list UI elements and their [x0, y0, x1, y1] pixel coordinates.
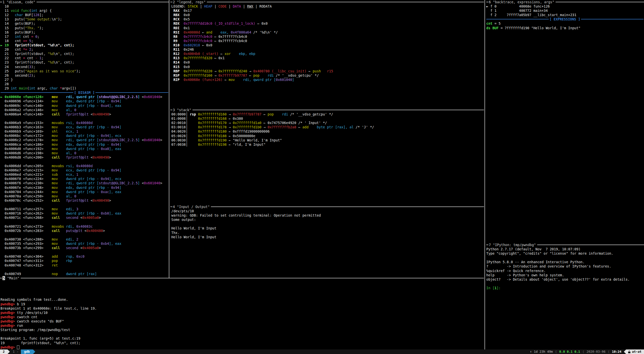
clock: 10:24	[612, 349, 624, 354]
pane-title-legend-regs: 2 "legend, regs"	[172, 0, 207, 4]
terminal-line: RDI 0x1	[171, 26, 484, 30]
terminal-line	[486, 256, 643, 260]
terminal-line: ds BUF = 7fffffffd190 "Hello World, I'm …	[486, 26, 643, 30]
terminal-line: f 1 400772 main+34	[486, 9, 643, 13]
terminal-line: R12 0x4004b0 (_start) ← xor ebp, ebp	[171, 52, 484, 56]
uptime-arrow-icon: ↑	[528, 349, 534, 354]
terminal-line: 14 gets(BUF);	[1, 21, 168, 26]
terminal-line: Breakpoint 1, func (arg=5) at test.c:19	[1, 336, 483, 341]
pane-title-text: "legend, regs"	[177, 0, 206, 4]
uptime-label: 1d 23h 49m	[534, 349, 553, 354]
pane-main-console[interactable]: Reading symbols from test...done.pwndbg>…	[1, 280, 483, 349]
terminal-line: 05:0028│ 0x7fffffffd188 ← 0x50000000e	[171, 134, 484, 138]
terminal-line: 0x4006fe <func+238> mov edx, dword ptr […	[1, 186, 168, 190]
window-tab-gdb[interactable]: gdb	[21, 349, 33, 354]
angle-separator-icon: ⟨	[580, 349, 587, 354]
pane-backtrace-expressions[interactable]: ► f 0 40068e func+126 f 1 400772 main+34…	[486, 4, 643, 30]
terminal-line: 0x4006bc <func+172> mov dword ptr [rbp -…	[1, 134, 168, 138]
pane-stack[interactable]: 00:0000│ rsp 0x7fffffffd160 → 0x7ffff7b9…	[171, 112, 484, 147]
terminal-line: 0x40070c <func+252> call fprintf@plt <0x…	[1, 198, 168, 203]
pane-border-main: 5 "Main"	[0, 276, 484, 280]
terminal-line: 0x4006b3 <func+163> mov ecx, dword ptr […	[1, 125, 168, 129]
tmux-status-bar: 21›gdb ↑ 1d 23h 49m ⟨ 0.0 0.1 0.1 ⟨ 2020…	[0, 349, 644, 354]
column-divider-right[interactable]	[485, 0, 485, 349]
terminal-line: 22 cnt = cnt - 1;	[1, 56, 168, 60]
terminal-line: 0x400711 <func+257> mov edi, 3	[1, 207, 168, 211]
terminal-line: 0x4006f6 <func+230> mov rdi, qword ptr […	[1, 181, 168, 185]
terminal-line: 04:0020│ 0x7fffffffd180 ← 0xffffd1900000…	[171, 129, 484, 134]
terminal-line	[1, 160, 168, 164]
terminal-line: 27 }	[1, 78, 168, 82]
terminal-line: pwndbg> b 19	[1, 302, 483, 306]
terminal-line: 21 fprintf(stdout, "%d\n", cnt);	[1, 52, 168, 56]
terminal-line: 0x4006e7 <func+215> mov ecx, dword ptr […	[1, 168, 168, 172]
terminal-line: 0x40071c <func+268> call second <0x4005a…	[1, 216, 168, 220]
pane-title-text: "Input / Output"	[177, 205, 210, 209]
pane-title-stack: 3 "stack"	[172, 108, 192, 112]
column-divider-left[interactable]	[169, 0, 169, 278]
terminal-line: 0x40072b <func+283> call puts@plt <0x400…	[1, 229, 168, 233]
terminal-line: 0x4006f0 <func+224> mov dword ptr [rbp -…	[1, 177, 168, 181]
status-bar-left: 21›gdb	[0, 349, 35, 354]
window-index[interactable]: 1	[10, 349, 16, 354]
terminal-line: Thx.	[171, 231, 484, 235]
pane-input-output[interactable]: /dev/pts/10warning: GDB: Failed to set c…	[171, 209, 484, 239]
pane-number: 7	[489, 243, 491, 247]
terminal-line: 0x4006ca <func+186> mov edx, dword ptr […	[1, 142, 168, 147]
terminal-line: Breakpoint 1 at 0x40068e: file test.c, l…	[1, 306, 483, 311]
terminal-line: R14 0x0	[171, 60, 484, 65]
terminal-line: RBX 0x0	[171, 13, 484, 17]
terminal-line: 13 puts("Some output:\n");	[1, 17, 168, 21]
terminal-line: ► 19 fprintf(stdout, "%d\n", cnt);	[1, 43, 168, 47]
terminal-line: Type "copyright", "credits" or "license"…	[486, 251, 643, 256]
terminal-line: 0x400696 <func+134> mov edx, dword ptr […	[1, 99, 168, 103]
terminal-line: 0x40069c <func+140> mov dword ptr [rbp -…	[1, 104, 168, 108]
pane-title-input-output: 4 "Input / Output"	[172, 205, 211, 209]
terminal-line: pwndbg> cwatch execute "ds BUF"	[1, 319, 483, 323]
hostname-label: at-at	[632, 349, 641, 354]
pane-title-main: 5 "Main"	[2, 276, 21, 280]
terminal-line: warning: GDB: Failed to set controlling …	[171, 213, 484, 218]
terminal-line: Hello World, I'm Input	[171, 235, 484, 239]
status-bar-spacer	[35, 349, 528, 354]
terminal-line: 29 int main(int argc, char *argv[])	[1, 86, 168, 91]
terminal-line	[1, 233, 168, 237]
terminal-line: 15 puts("Thx. ");	[1, 26, 168, 30]
terminal-line: pwndbg> tty /dev/pts/10	[1, 311, 483, 315]
terminal-screen: 1 "disasm, code" 2 "legend, regs" 6 "bac…	[0, 0, 644, 354]
terminal-line	[171, 222, 484, 226]
terminal-line: ► f 0 40068e func+126	[486, 4, 643, 9]
terminal-line: RIP 0x40068e (func+126) ← mov rdi, qword…	[171, 78, 484, 82]
terminal-line: Python 2.7.17 (default, Nov 7 2019, 10:0…	[486, 247, 643, 251]
terminal-line	[1, 268, 168, 272]
terminal-line: 01:0008│ 0x7fffffffd168 ← 0x380	[171, 116, 484, 121]
pane-disasm-code[interactable]: 10 11 void func(int arg) { 12 char BUF[1…	[1, 4, 168, 276]
terminal-line: pwndbg> run	[1, 323, 483, 328]
terminal-line: 23 fprintf(stdout, "%d\n", cnt);	[1, 60, 168, 65]
terminal-line: 20 cnt *= 2;	[1, 47, 168, 52]
terminal-line: 0x400716 <func+262> mov dword ptr [rbp -…	[1, 211, 168, 216]
terminal-line: LEGEND: STACK | HEAP | CODE | DATA | RWX…	[171, 4, 484, 9]
terminal-line: ? -> Introduction and overview of IPytho…	[486, 264, 643, 269]
terminal-line	[1, 289, 483, 293]
pane-ipython[interactable]: Python 2.7.17 (default, Nov 7 2019, 10:0…	[486, 247, 643, 290]
session-badge[interactable]: 2	[0, 349, 8, 354]
pane-title-text: "stack"	[177, 108, 191, 112]
terminal-line: 10	[1, 4, 168, 9]
terminal-line: R11 0x246	[171, 47, 484, 52]
pane-border-input-output: 4 "Input / Output"	[170, 205, 484, 209]
terminal-line: 0x4006a9 <func+153> movabs rsi, 0x40080d	[1, 121, 168, 125]
pane-number: 6	[489, 0, 491, 4]
terminal-line: 0x400749 nop dword ptr [rax]	[1, 272, 168, 276]
section-divider: [ DISASM ]	[1, 91, 168, 95]
terminal-line: IPython 5.8.0 -- An enhanced Interactive…	[486, 260, 643, 264]
pane-legend-regs[interactable]: LEGEND: STACK | HEAP | CODE | DATA | RWX…	[171, 4, 484, 82]
pane-border-backtrace: 6 "backtrace, expressions, args"	[486, 0, 644, 4]
pane-title-ipython: 7 "IPython: tmp/pwndbg"	[488, 243, 537, 247]
powerline-arrow-icon	[624, 349, 626, 354]
terminal-line: 0x4006d6 <func+198> mov al, 0	[1, 151, 168, 155]
terminal-line: object? -> Details about 'object', use '…	[486, 277, 643, 282]
pane-number: 3	[173, 108, 175, 112]
terminal-line: 24 second(3);	[1, 65, 168, 69]
section-divider: [ EXPRESSIONS ]	[486, 17, 643, 21]
